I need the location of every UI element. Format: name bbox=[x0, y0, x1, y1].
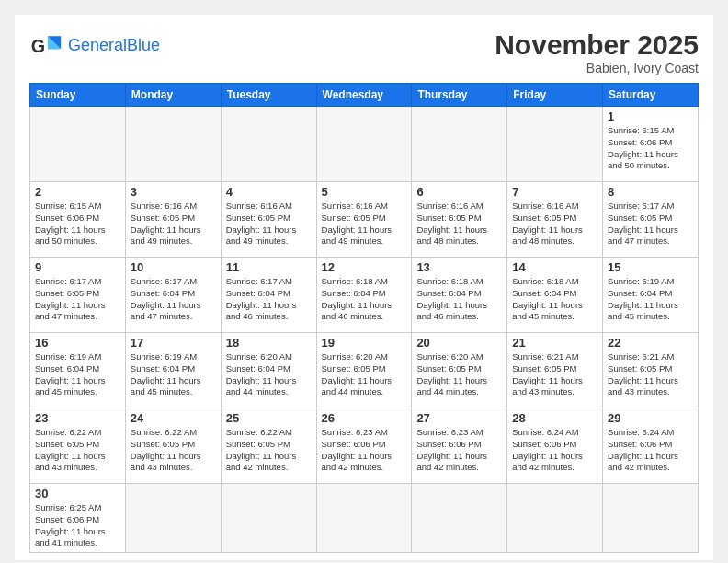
day-number: 29 bbox=[608, 411, 693, 425]
day-info: Sunrise: 6:18 AMSunset: 6:04 PMDaylight:… bbox=[416, 276, 502, 323]
day-info: Sunrise: 6:23 AMSunset: 6:06 PMDaylight:… bbox=[322, 427, 407, 474]
day-info: Sunrise: 6:16 AMSunset: 6:05 PMDaylight:… bbox=[416, 201, 502, 247]
location: Babien, Ivory Coast bbox=[495, 61, 699, 75]
day-info: Sunrise: 6:25 AMSunset: 6:06 PMDaylight:… bbox=[35, 502, 120, 549]
calendar-cell: 20Sunrise: 6:20 AMSunset: 6:05 PMDayligh… bbox=[412, 333, 507, 408]
logo: G GeneralBlue bbox=[29, 29, 160, 63]
svg-text:G: G bbox=[31, 36, 45, 56]
calendar-cell: 27Sunrise: 6:23 AMSunset: 6:06 PMDayligh… bbox=[412, 408, 507, 484]
day-info: Sunrise: 6:18 AMSunset: 6:04 PMDaylight:… bbox=[512, 276, 597, 323]
calendar-cell: 16Sunrise: 6:19 AMSunset: 6:04 PMDayligh… bbox=[30, 333, 126, 408]
day-number: 12 bbox=[322, 260, 407, 274]
day-number: 27 bbox=[416, 411, 502, 425]
day-info: Sunrise: 6:22 AMSunset: 6:05 PMDaylight:… bbox=[131, 427, 216, 474]
day-header-sunday: Sunday bbox=[30, 84, 126, 107]
day-number: 4 bbox=[226, 185, 312, 199]
day-header-friday: Friday bbox=[507, 84, 603, 107]
logo-text: GeneralBlue bbox=[68, 37, 160, 55]
day-info: Sunrise: 6:20 AMSunset: 6:04 PMDaylight:… bbox=[226, 351, 312, 398]
day-info: Sunrise: 6:18 AMSunset: 6:04 PMDaylight:… bbox=[322, 276, 407, 323]
day-number: 8 bbox=[608, 185, 693, 199]
logo-general: General bbox=[68, 36, 127, 54]
day-info: Sunrise: 6:20 AMSunset: 6:05 PMDaylight:… bbox=[416, 351, 502, 398]
calendar-cell: 15Sunrise: 6:19 AMSunset: 6:04 PMDayligh… bbox=[603, 258, 699, 333]
calendar-cell: 21Sunrise: 6:21 AMSunset: 6:05 PMDayligh… bbox=[507, 333, 603, 408]
day-number: 7 bbox=[512, 185, 597, 199]
day-info: Sunrise: 6:22 AMSunset: 6:05 PMDaylight:… bbox=[35, 427, 120, 474]
calendar-cell: 28Sunrise: 6:24 AMSunset: 6:06 PMDayligh… bbox=[507, 408, 603, 484]
day-number: 2 bbox=[35, 185, 120, 199]
day-info: Sunrise: 6:19 AMSunset: 6:04 PMDaylight:… bbox=[131, 351, 216, 398]
day-number: 9 bbox=[35, 260, 120, 274]
day-info: Sunrise: 6:19 AMSunset: 6:04 PMDaylight:… bbox=[608, 276, 693, 323]
day-number: 25 bbox=[226, 411, 312, 425]
calendar-week-2: 9Sunrise: 6:17 AMSunset: 6:05 PMDaylight… bbox=[30, 258, 699, 333]
calendar-cell bbox=[221, 107, 316, 182]
day-number: 1 bbox=[608, 109, 693, 123]
calendar-cell: 1Sunrise: 6:15 AMSunset: 6:06 PMDaylight… bbox=[603, 107, 699, 182]
header: G GeneralBlue November 2025 Babien, Ivor… bbox=[29, 29, 699, 75]
day-info: Sunrise: 6:17 AMSunset: 6:05 PMDaylight:… bbox=[608, 201, 693, 247]
day-info: Sunrise: 6:16 AMSunset: 6:05 PMDaylight:… bbox=[322, 201, 407, 247]
day-info: Sunrise: 6:24 AMSunset: 6:06 PMDaylight:… bbox=[512, 427, 597, 474]
day-info: Sunrise: 6:16 AMSunset: 6:05 PMDaylight:… bbox=[131, 201, 216, 247]
day-info: Sunrise: 6:17 AMSunset: 6:04 PMDaylight:… bbox=[131, 276, 216, 323]
month-title: November 2025 bbox=[495, 29, 699, 61]
day-info: Sunrise: 6:21 AMSunset: 6:05 PMDaylight:… bbox=[608, 351, 693, 398]
calendar-cell: 17Sunrise: 6:19 AMSunset: 6:04 PMDayligh… bbox=[125, 333, 221, 408]
calendar-cell: 22Sunrise: 6:21 AMSunset: 6:05 PMDayligh… bbox=[603, 333, 699, 408]
calendar-week-0: 1Sunrise: 6:15 AMSunset: 6:06 PMDaylight… bbox=[30, 107, 699, 182]
calendar-cell: 3Sunrise: 6:16 AMSunset: 6:05 PMDaylight… bbox=[125, 182, 221, 258]
day-number: 26 bbox=[322, 411, 407, 425]
day-info: Sunrise: 6:20 AMSunset: 6:05 PMDaylight:… bbox=[322, 351, 407, 398]
calendar-cell: 7Sunrise: 6:16 AMSunset: 6:05 PMDaylight… bbox=[507, 182, 603, 258]
day-number: 22 bbox=[608, 336, 693, 350]
calendar-cell: 11Sunrise: 6:17 AMSunset: 6:04 PMDayligh… bbox=[221, 258, 316, 333]
day-number: 30 bbox=[35, 487, 120, 500]
day-info: Sunrise: 6:21 AMSunset: 6:05 PMDaylight:… bbox=[512, 351, 597, 398]
calendar-cell bbox=[507, 107, 603, 182]
day-info: Sunrise: 6:19 AMSunset: 6:04 PMDaylight:… bbox=[35, 351, 120, 398]
calendar: SundayMondayTuesdayWednesdayThursdayFrid… bbox=[29, 83, 699, 553]
calendar-cell: 5Sunrise: 6:16 AMSunset: 6:05 PMDaylight… bbox=[316, 182, 412, 258]
day-header-thursday: Thursday bbox=[412, 84, 507, 107]
day-number: 21 bbox=[512, 336, 597, 350]
calendar-cell: 29Sunrise: 6:24 AMSunset: 6:06 PMDayligh… bbox=[603, 408, 699, 484]
calendar-cell: 24Sunrise: 6:22 AMSunset: 6:05 PMDayligh… bbox=[125, 408, 221, 484]
calendar-cell: 13Sunrise: 6:18 AMSunset: 6:04 PMDayligh… bbox=[412, 258, 507, 333]
calendar-cell: 26Sunrise: 6:23 AMSunset: 6:06 PMDayligh… bbox=[316, 408, 412, 484]
day-number: 10 bbox=[131, 260, 216, 274]
calendar-cell bbox=[316, 107, 412, 182]
day-number: 3 bbox=[131, 185, 216, 199]
calendar-cell bbox=[125, 484, 221, 553]
calendar-cell bbox=[412, 107, 507, 182]
calendar-cell bbox=[412, 484, 507, 553]
calendar-cell: 14Sunrise: 6:18 AMSunset: 6:04 PMDayligh… bbox=[507, 258, 603, 333]
day-info: Sunrise: 6:17 AMSunset: 6:04 PMDaylight:… bbox=[226, 276, 312, 323]
day-number: 17 bbox=[131, 336, 216, 350]
calendar-cell: 12Sunrise: 6:18 AMSunset: 6:04 PMDayligh… bbox=[316, 258, 412, 333]
page: G GeneralBlue November 2025 Babien, Ivor… bbox=[15, 15, 713, 560]
day-info: Sunrise: 6:15 AMSunset: 6:06 PMDaylight:… bbox=[608, 125, 693, 172]
calendar-cell bbox=[316, 484, 412, 553]
title-block: November 2025 Babien, Ivory Coast bbox=[495, 29, 699, 75]
calendar-cell: 4Sunrise: 6:16 AMSunset: 6:05 PMDaylight… bbox=[221, 182, 316, 258]
day-number: 15 bbox=[608, 260, 693, 274]
calendar-cell bbox=[30, 107, 126, 182]
day-number: 16 bbox=[35, 336, 120, 350]
day-number: 20 bbox=[416, 336, 502, 350]
day-number: 23 bbox=[35, 411, 120, 425]
day-number: 24 bbox=[131, 411, 216, 425]
day-info: Sunrise: 6:17 AMSunset: 6:05 PMDaylight:… bbox=[35, 276, 120, 323]
calendar-cell: 19Sunrise: 6:20 AMSunset: 6:05 PMDayligh… bbox=[316, 333, 412, 408]
day-number: 19 bbox=[322, 336, 407, 350]
day-info: Sunrise: 6:24 AMSunset: 6:06 PMDaylight:… bbox=[608, 427, 693, 474]
calendar-cell bbox=[603, 484, 699, 553]
calendar-week-4: 23Sunrise: 6:22 AMSunset: 6:05 PMDayligh… bbox=[30, 408, 699, 484]
calendar-cell: 10Sunrise: 6:17 AMSunset: 6:04 PMDayligh… bbox=[125, 258, 221, 333]
day-number: 6 bbox=[416, 185, 502, 199]
calendar-cell bbox=[507, 484, 603, 553]
calendar-cell bbox=[125, 107, 221, 182]
day-number: 13 bbox=[416, 260, 502, 274]
calendar-cell: 2Sunrise: 6:15 AMSunset: 6:06 PMDaylight… bbox=[30, 182, 126, 258]
